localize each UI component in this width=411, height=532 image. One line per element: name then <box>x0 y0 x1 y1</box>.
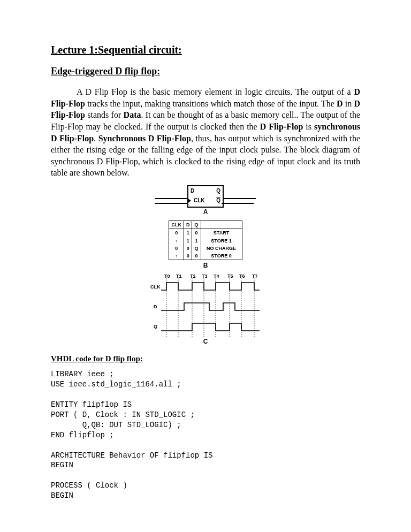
table-row: 0 0 Q NO CHARGE <box>169 245 242 252</box>
flipflop-box: D Q CLK Q <box>187 185 224 208</box>
cell: 1 <box>184 237 192 245</box>
code-line: END flipflop ; <box>51 431 114 439</box>
truth-table: CLK D Q 0 1 0 START ↑ 1 1 STORE 1 0 0 Q <box>169 221 242 260</box>
timing-svg <box>149 278 262 343</box>
text: tracks the input, making transitions whi… <box>85 99 337 108</box>
cell: 0 <box>184 252 192 260</box>
code-line: BEGIN <box>51 461 73 469</box>
th-clk: CLK <box>169 221 184 229</box>
text: in <box>343 99 354 108</box>
cell: STORE 0 <box>201 252 242 260</box>
text: A D Flip Flop is the basic memory elemen… <box>77 87 295 96</box>
body-paragraph: A D Flip Flop is the basic memory elemen… <box>51 86 360 179</box>
text: The output of a <box>295 87 354 96</box>
code-line: BEGIN <box>51 491 73 500</box>
figure-b: CLK D Q 0 1 0 START ↑ 1 1 STORE 1 0 0 Q <box>169 221 242 270</box>
pin-d: D <box>191 187 194 195</box>
term: D <box>337 99 343 108</box>
cell: ↑ <box>169 252 184 260</box>
cell: 0 <box>184 245 192 252</box>
code-line: Q,QB: OUT STD_LOGIC) ; <box>51 421 181 429</box>
lecture-title: Lecture 1:Sequential circuit: <box>51 43 360 57</box>
figure-c: T0 T1 T2 T3 T4 T5 T6 T7 CLK D Q C <box>149 274 262 344</box>
term: Synchronous D Flip-Flop <box>98 134 191 143</box>
table-row: ↑ 0 0 STORE 0 <box>169 252 242 260</box>
cell: 0 <box>192 252 201 260</box>
cell: Q <box>192 245 201 252</box>
table-row: 0 1 0 START <box>169 229 242 237</box>
pin-clk: CLK <box>194 197 205 204</box>
text: . <box>94 134 98 143</box>
th-q: Q <box>192 221 201 229</box>
code-block: LIBRARY ieee ; USE ieee.std_logic_1164.a… <box>51 369 360 501</box>
section-title: Edge-triggered D flip flop: <box>51 65 360 78</box>
cell: 0 <box>192 229 201 237</box>
figure-a-label: A <box>155 208 256 216</box>
cell: START <box>201 229 242 237</box>
pin-qbar: Q <box>216 197 220 204</box>
figures: D Q CLK Q A CLK D Q 0 1 <box>51 185 360 344</box>
clock-edge-icon <box>187 198 191 203</box>
code-line: LIBRARY ieee ; <box>51 370 114 378</box>
vhdl-heading: VHDL code for D flip flop: <box>51 353 360 364</box>
term: D Flip-Flop <box>260 122 303 131</box>
cell: ↑ <box>169 237 184 245</box>
figure-c-label: C <box>149 337 262 346</box>
th-desc <box>201 221 242 229</box>
cell: 1 <box>184 229 192 237</box>
cell: 0 <box>169 245 184 252</box>
figure-a: D Q CLK Q A <box>155 185 256 216</box>
cell: 1 <box>192 237 201 245</box>
code-line: ARCHITECTURE Behavior OF flipflop IS <box>51 451 212 460</box>
cell: STORE 1 <box>201 237 242 245</box>
table-row: ↑ 1 1 STORE 1 <box>169 237 242 245</box>
term: Data <box>124 110 141 119</box>
pin-q: Q <box>216 187 220 195</box>
th-d: D <box>184 221 192 229</box>
cell: 0 <box>169 229 184 237</box>
cell: NO CHARGE <box>201 245 242 252</box>
figure-b-label: B <box>169 261 242 270</box>
code-line: PORT ( D, Clock : IN STD_LOGIC ; <box>51 411 195 419</box>
code-line: PROCESS ( Clock ) <box>51 481 127 490</box>
text: stands for <box>85 110 124 119</box>
table-row: CLK D Q <box>169 221 242 229</box>
code-line: USE ieee.std_logic_1164.all ; <box>51 380 181 389</box>
code-line: ENTITY flipflop IS <box>51 400 132 409</box>
text: is <box>303 122 314 131</box>
